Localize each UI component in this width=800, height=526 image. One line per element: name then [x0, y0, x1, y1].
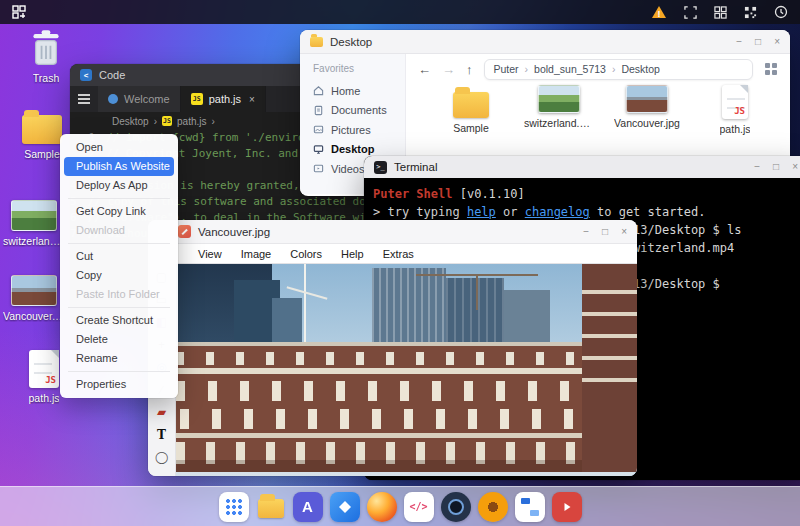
back-button[interactable]: ← [418, 62, 431, 77]
close-button[interactable]: × [621, 227, 627, 237]
changelog-link[interactable]: changelog [525, 205, 590, 219]
taskbar-icon-browser[interactable] [367, 492, 397, 522]
app-launcher-button[interactable] [219, 492, 249, 522]
desktop-icon-label: switzerland.mp4 [3, 235, 65, 247]
file-manager-titlebar[interactable]: Desktop − □ × [300, 30, 790, 54]
maximize-button[interactable]: □ [773, 162, 779, 172]
paint-window-title: Vancouver.jpg [198, 226, 270, 238]
context-menu-item-deploy-as-app[interactable]: Deploy As App [64, 176, 174, 195]
photo-brick-building [176, 460, 582, 472]
menu-view[interactable]: View [198, 248, 222, 260]
paint-window: Vancouver.jpg − □ × View Image Colors He… [148, 220, 637, 476]
videos-icon [313, 163, 324, 174]
menu-image[interactable]: Image [241, 248, 272, 260]
minimize-button[interactable]: − [754, 162, 760, 172]
context-menu: Open Publish As Website Deploy As App Ge… [60, 134, 178, 398]
context-menu-item-rename[interactable]: Rename [64, 349, 174, 368]
terminal-title: Terminal [394, 161, 437, 173]
ellipse-tool-icon[interactable]: ◯ [150, 446, 174, 469]
paint-app-icon [178, 225, 191, 238]
file-item-pathjs[interactable]: JS path.js [702, 85, 768, 135]
taskbar-icon-code[interactable]: </> [404, 492, 434, 522]
image-thumbnail-icon [11, 275, 57, 306]
up-button[interactable]: ↑ [466, 62, 473, 77]
video-thumbnail-icon [11, 200, 57, 231]
desktop-icon-trash[interactable]: Trash [14, 28, 78, 84]
tab-pathjs[interactable]: JS path.js × [181, 86, 266, 112]
help-link[interactable]: help [467, 205, 496, 219]
context-menu-item-open[interactable]: Open [64, 138, 174, 157]
desktop-icon-switzerland[interactable]: switzerland.mp4 [2, 200, 66, 247]
photo-brick-building [176, 352, 582, 365]
tab-welcome[interactable]: Welcome [98, 86, 181, 112]
desktop-icon [313, 144, 324, 155]
context-menu-item-paste-into-folder: Paste Into Folder [64, 285, 174, 304]
breadcrumb[interactable]: Puter › bold_sun_5713 › Desktop [484, 59, 754, 80]
context-menu-item-copy[interactable]: Copy [64, 266, 174, 285]
text-tool-icon[interactable]: T [150, 424, 174, 447]
minimize-button[interactable]: − [736, 37, 742, 47]
welcome-icon [108, 94, 118, 104]
taskbar-icon-camera[interactable] [441, 492, 471, 522]
dots-grid-icon [225, 498, 242, 515]
forward-button[interactable]: → [442, 62, 455, 77]
sidebar-item-home[interactable]: Home [313, 81, 405, 101]
taskbar-icon-media[interactable] [552, 492, 582, 522]
js-badge: JS [45, 375, 56, 385]
photo-building [582, 272, 637, 390]
warning-icon[interactable]: ! [651, 5, 667, 19]
close-button[interactable]: × [792, 162, 798, 172]
taskbar-icon-app-center[interactable]: A [293, 492, 323, 522]
menu-colors[interactable]: Colors [290, 248, 322, 260]
sidebar-item-documents[interactable]: Documents [313, 101, 405, 121]
desktop-icon-label: path.js [29, 392, 60, 404]
taskbar-icon-recorder[interactable] [478, 492, 508, 522]
qr-icon[interactable] [744, 6, 757, 19]
maximize-button[interactable]: □ [755, 37, 761, 47]
grid-icon[interactable] [714, 6, 727, 19]
folder-icon [310, 37, 323, 47]
desktop-icon-vancouver[interactable]: Vancouver.jpg [2, 275, 66, 322]
context-menu-item-cut[interactable]: Cut [64, 247, 174, 266]
file-item-vancouver[interactable]: Vancouver.jpg [614, 85, 680, 135]
context-menu-item-properties[interactable]: Properties [64, 375, 174, 394]
fullscreen-icon[interactable] [684, 6, 697, 19]
clock-icon[interactable] [774, 5, 788, 19]
sidebar-item-pictures[interactable]: Pictures [313, 120, 405, 140]
puter-logo-icon[interactable] [12, 5, 26, 19]
context-menu-item-create-shortcut[interactable]: Create Shortcut [64, 311, 174, 330]
context-menu-item-delete[interactable]: Delete [64, 330, 174, 349]
svg-text:!: ! [658, 9, 661, 19]
brush-tool-icon[interactable]: ▰ [150, 401, 174, 424]
close-button[interactable]: × [774, 37, 780, 47]
minimize-button[interactable]: − [583, 227, 589, 237]
js-badge: JS [734, 106, 745, 116]
menu-extras[interactable]: Extras [383, 248, 414, 260]
context-menu-item-publish-as-website[interactable]: Publish As Website [64, 157, 174, 176]
menu-divider [68, 307, 170, 308]
tab-close-icon[interactable]: × [249, 94, 255, 105]
menu-icon[interactable] [70, 86, 98, 112]
image-thumbnail-icon [626, 85, 668, 113]
js-file-icon: JS [722, 85, 748, 119]
desktop-icon-label: Vancouver.jpg [3, 310, 65, 322]
terminal-titlebar[interactable]: >_ Terminal − □ × [364, 156, 800, 178]
photo-brick-building [176, 381, 582, 401]
terminal-line: Puter Shell [v0.1.10] [373, 185, 799, 203]
file-item-switzerland[interactable]: switzerland.mp4 [526, 85, 592, 135]
menu-help[interactable]: Help [341, 248, 364, 260]
taskbar-icon-dev-center[interactable] [330, 492, 360, 522]
photo-mast [304, 264, 306, 344]
file-item-sample[interactable]: Sample [438, 85, 504, 135]
pictures-icon [313, 124, 324, 135]
taskbar-icon-draw[interactable] [515, 492, 545, 522]
chevron-right-icon: › [525, 63, 529, 75]
grid-view-icon[interactable] [764, 62, 778, 76]
paint-titlebar[interactable]: Vancouver.jpg − □ × [148, 220, 637, 244]
taskbar-icon-files[interactable] [256, 492, 286, 522]
context-menu-item-get-copy-link[interactable]: Get Copy Link [64, 202, 174, 221]
terminal-line: > try typing help or changelog to get st… [373, 203, 799, 221]
paint-canvas[interactable] [176, 264, 637, 476]
desktop-icon-label: Trash [33, 72, 59, 84]
maximize-button[interactable]: □ [602, 227, 608, 237]
